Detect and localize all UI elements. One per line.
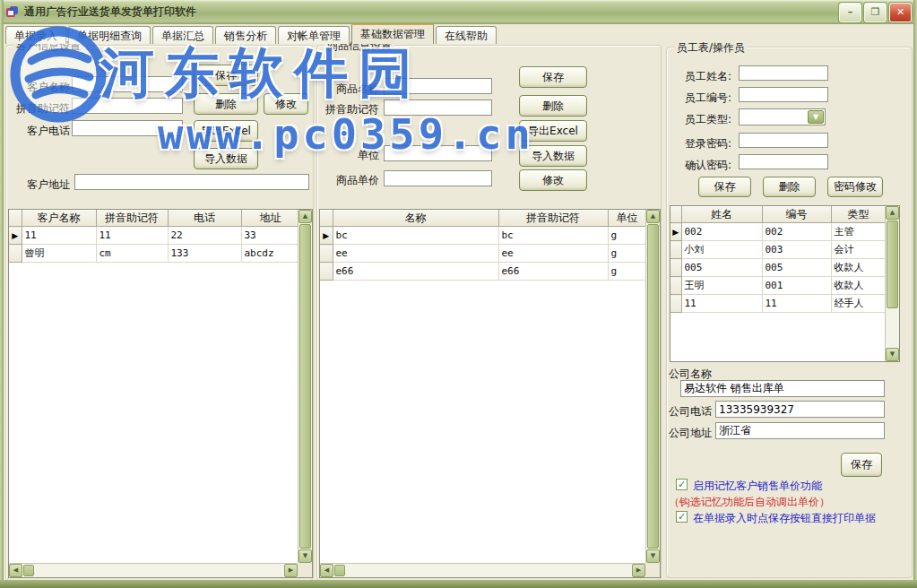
table-cell: e66 [498, 263, 608, 281]
product-modify-button[interactable]: 修改 [519, 169, 587, 191]
table-cell: 22 [168, 227, 241, 245]
tab-basic-data-management[interactable]: 基础数据管理 [351, 22, 434, 44]
tab-statement-management[interactable]: 对帐单管理 [278, 26, 350, 44]
customer-modify-button[interactable]: 修改 [264, 93, 308, 115]
maximize-button[interactable]: ❐ [864, 3, 887, 22]
tab-sales-analysis[interactable]: 销售分析 [215, 26, 276, 44]
product-export-excel-button[interactable]: 导出Excel [519, 120, 587, 142]
company-phone-input[interactable] [715, 401, 885, 418]
column-header[interactable]: 客户名称 [22, 210, 96, 227]
customer-phone-input[interactable] [72, 120, 183, 136]
scroll-left-button[interactable]: ◀ [320, 564, 333, 577]
customer-grid-hscrollbar[interactable]: ◀ ▶ [9, 563, 298, 577]
scroll-down-button[interactable]: ▼ [298, 549, 312, 563]
scroll-up-button[interactable]: ▲ [298, 210, 312, 223]
close-button[interactable]: ✕ [889, 3, 912, 22]
employee-grid-vscrollbar[interactable]: ▲ ▼ [885, 206, 899, 361]
tab-bill-detail-query[interactable]: 单据明细查询 [68, 26, 151, 44]
change-password-button[interactable]: 密码修改 [827, 177, 883, 197]
combo-dropdown-button[interactable]: ▼ [808, 110, 824, 124]
selector-header-cell [320, 210, 333, 227]
table-row[interactable]: ▶002002主管 [670, 223, 885, 241]
customer-name-input[interactable] [72, 76, 183, 92]
tab-online-help[interactable]: 在线帮助 [436, 26, 497, 44]
column-header[interactable]: 拼音助记符 [96, 210, 168, 227]
product-import-data-button[interactable]: 导入数据 [519, 145, 587, 167]
minimize-button[interactable]: – [839, 3, 861, 22]
column-header[interactable]: 姓名 [681, 206, 762, 223]
customer-export-excel-button[interactable]: 导出Excel [194, 120, 258, 142]
hscroll-thumb[interactable] [23, 565, 34, 576]
remember-price-checkbox[interactable]: ✓ [676, 479, 688, 490]
product-unit-input[interactable] [384, 145, 492, 161]
employee-type-select[interactable]: ▼ [739, 108, 826, 125]
employee-name-input[interactable] [739, 65, 828, 81]
scroll-down-button[interactable]: ▼ [646, 549, 660, 563]
customer-grid-vscrollbar[interactable]: ▲ ▼ [298, 210, 312, 563]
scroll-up-button[interactable]: ▲ [646, 210, 660, 223]
company-address-input[interactable] [715, 422, 885, 439]
customer-save-button[interactable]: 保存 [194, 65, 258, 86]
employee-save-button[interactable]: 保存 [698, 177, 751, 197]
table-row[interactable]: ▶11112233 [9, 227, 298, 245]
vscroll-thumb[interactable] [647, 224, 659, 549]
vscroll-thumb[interactable] [887, 220, 898, 308]
product-grid-vscrollbar[interactable]: ▲ ▼ [645, 210, 660, 563]
table-cell: cm [96, 245, 168, 263]
print-on-save-label[interactable]: 在单据录入时点保存按钮直接打印单据 [693, 511, 876, 526]
product-price-input[interactable] [384, 170, 492, 186]
scroll-up-button[interactable]: ▲ [886, 206, 899, 220]
table-row[interactable]: e66e66g [320, 263, 645, 281]
remember-price-label[interactable]: 启用记忆客户销售单价功能 [693, 479, 822, 494]
table-row[interactable]: eeeeg [320, 245, 645, 263]
product-grid-hscrollbar[interactable]: ◀ ▶ [320, 563, 645, 577]
scroll-down-button[interactable]: ▼ [886, 348, 899, 361]
table-cell: 经手人 [831, 295, 885, 313]
customer-address-input[interactable] [74, 174, 309, 190]
company-name-input[interactable] [680, 380, 885, 397]
column-header[interactable]: 类型 [831, 206, 885, 223]
customer-import-data-button[interactable]: 导入数据 [194, 148, 258, 169]
product-pinyin-input[interactable] [384, 99, 492, 116]
employee-id-input[interactable] [739, 87, 828, 102]
row-selector-cell [320, 263, 333, 281]
company-save-button[interactable]: 保存 [841, 453, 882, 477]
table-row[interactable]: 1111经手人 [670, 295, 885, 313]
column-header[interactable]: 拼音助记符 [498, 210, 608, 227]
table-row[interactable]: ▶bcbcg [320, 227, 645, 245]
confirm-password-input[interactable] [739, 154, 828, 169]
table-cell: 曾明 [22, 245, 96, 263]
hscroll-thumb[interactable] [334, 565, 345, 576]
login-password-input[interactable] [739, 133, 828, 148]
table-row[interactable]: 小刘003会计 [670, 241, 885, 259]
product-delete-button[interactable]: 删除 [519, 95, 587, 117]
product-save-button[interactable]: 保存 [519, 66, 587, 88]
print-on-save-checkbox[interactable]: ✓ [676, 511, 688, 523]
table-row[interactable]: 王明001收款人 [670, 277, 885, 295]
customer-delete-button[interactable]: 删除 [194, 93, 258, 115]
scroll-right-button[interactable]: ▶ [284, 564, 298, 577]
row-pointer-icon: ▶ [670, 223, 681, 241]
scroll-right-button[interactable]: ▶ [632, 564, 645, 577]
table-row[interactable]: 曾明cm133abcdz [9, 245, 298, 263]
table-cell: 002 [681, 223, 762, 241]
vscroll-thumb[interactable] [299, 224, 311, 549]
window-border-left [0, 0, 4, 588]
column-header[interactable]: 电话 [168, 210, 241, 227]
table-row[interactable]: 005005收款人 [670, 259, 885, 277]
product-name-input[interactable] [384, 78, 492, 94]
titlebar[interactable]: 通用广告行业送货单发货单打印软件 – ❐ ✕ [0, 0, 917, 24]
company-address-label: 公司地址 [669, 426, 712, 441]
customer-pinyin-input[interactable] [72, 98, 183, 114]
column-header[interactable]: 单位 [608, 210, 645, 227]
column-header[interactable]: 地址 [241, 210, 298, 227]
column-header[interactable]: 编号 [762, 206, 831, 223]
scroll-left-button[interactable]: ◀ [9, 564, 22, 577]
employee-type-label: 员工类型: [672, 112, 731, 127]
arrow-down-icon: ▼ [651, 553, 655, 559]
employee-delete-button[interactable]: 删除 [763, 177, 816, 197]
tab-bill-summary[interactable]: 单据汇总 [152, 26, 213, 44]
table-cell: 002 [762, 223, 831, 241]
tab-bill-entry[interactable]: 单据录入 [5, 26, 66, 44]
column-header[interactable]: 名称 [333, 210, 498, 227]
